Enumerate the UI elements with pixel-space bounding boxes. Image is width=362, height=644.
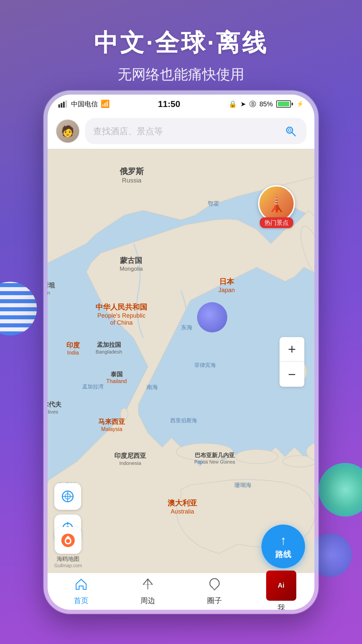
- nav-label-circle: 圈子: [207, 596, 222, 606]
- status-left: 中国电信 📶: [58, 100, 110, 109]
- chat-icon: [208, 577, 221, 594]
- route-arrow-icon: ↑: [280, 533, 287, 548]
- carrier-label: 中国电信: [71, 100, 98, 109]
- svg-point-13: [120, 408, 128, 420]
- route-button[interactable]: ↑ 路线: [261, 525, 305, 568]
- status-right: 🔒 ➤ Ⓑ 85% ⚡: [229, 100, 304, 109]
- cbigame-logo: Ai: [266, 571, 296, 601]
- zoom-in-button[interactable]: +: [280, 337, 304, 362]
- top-section: 中文·全球·离线 无网络也能痛快使用: [0, 0, 362, 97]
- decorative-blob-left: [0, 282, 37, 335]
- svg-point-2: [288, 129, 291, 131]
- user-avatar[interactable]: 🧑: [56, 119, 80, 143]
- gullmap-url: Gullmap.com: [54, 563, 82, 568]
- phone-screen: 中国电信 📶 11:50 🔒 ➤ Ⓑ 85% ⚡: [48, 95, 314, 610]
- gullmap-name: 海鸥地图: [57, 555, 79, 563]
- user-location-dot: [197, 302, 227, 332]
- hotspot-circle: 🗼: [258, 185, 295, 222]
- decorative-blob-right: [318, 463, 362, 517]
- search-icon[interactable]: [283, 123, 298, 139]
- search-bar: 🧑 查找酒店、景点等: [48, 113, 314, 149]
- nav-label-home: 首页: [74, 596, 88, 606]
- lock-icon: 🔒: [229, 100, 237, 108]
- svg-line-1: [292, 132, 295, 136]
- nav-item-nearby[interactable]: 周边: [114, 573, 181, 610]
- nav-item-me[interactable]: Ai 我: [248, 573, 314, 610]
- battery-icon: [276, 100, 293, 108]
- nav-item-home[interactable]: 首页: [48, 573, 114, 610]
- hotspot-badge[interactable]: 🗼 热门景点: [258, 185, 295, 228]
- home-icon: [74, 577, 88, 594]
- svg-point-25: [66, 539, 70, 543]
- wifi-icon: 📶: [101, 100, 110, 108]
- zoom-controls: + −: [280, 337, 304, 387]
- svg-point-28: [210, 579, 219, 588]
- bluetooth-icon: Ⓑ: [249, 100, 256, 109]
- sub-title: 无网络也能痛快使用: [0, 65, 362, 84]
- layer-control-button[interactable]: [54, 483, 81, 510]
- signal-icon: [58, 100, 67, 108]
- compass-icon: [141, 577, 155, 594]
- bottom-nav: 首页 周边: [48, 573, 314, 610]
- charging-icon: ⚡: [296, 100, 304, 108]
- time-display: 11:50: [158, 99, 180, 109]
- main-title: 中文·全球·离线: [0, 27, 362, 59]
- search-input-box[interactable]: 查找酒店、景点等: [85, 118, 306, 144]
- route-label: 路线: [275, 549, 291, 560]
- battery-percent: 85%: [259, 100, 273, 108]
- status-bar: 中国电信 📶 11:50 🔒 ➤ Ⓑ 85% ⚡: [48, 95, 314, 113]
- svg-point-10: [235, 449, 278, 464]
- map-area[interactable]: 俄罗斯 Russia 蒙古国 Mongolia 中华人民共和国 People's…: [48, 149, 314, 575]
- nav-label-me: 我: [278, 603, 285, 610]
- search-placeholder: 查找酒店、景点等: [93, 125, 163, 137]
- nav-label-nearby: 周边: [140, 596, 155, 606]
- gullmap-logo: 海鸥地图 Gullmap.com: [54, 527, 82, 568]
- zoom-out-button[interactable]: −: [280, 362, 304, 387]
- svg-point-9: [176, 443, 233, 461]
- phone-mockup: 中国电信 📶 11:50 🔒 ➤ Ⓑ 85% ⚡: [44, 91, 318, 614]
- location-icon: ➤: [240, 100, 246, 108]
- hotspot-label[interactable]: 热门景点: [260, 217, 293, 228]
- user-nav-icon: Ai: [266, 571, 296, 601]
- nav-item-circle[interactable]: 圈子: [181, 573, 248, 610]
- gullmap-icon: [55, 527, 81, 554]
